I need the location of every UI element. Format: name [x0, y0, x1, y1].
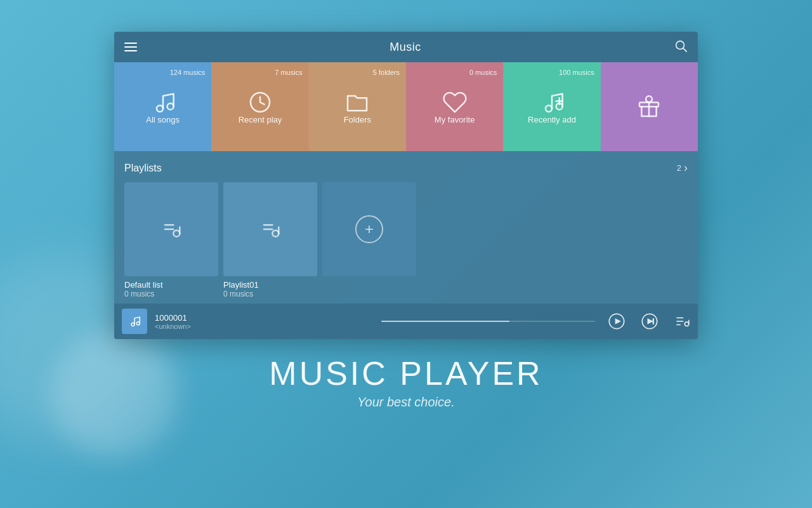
folders-count: 5 folders	[373, 69, 400, 76]
playlist-01[interactable]: Playlist01 0 musics	[223, 182, 317, 298]
player-controls	[608, 312, 690, 330]
svg-line-1	[683, 48, 686, 51]
recently-add-label: Recently add	[528, 115, 576, 124]
player-bar: 1000001 <unknown>	[114, 304, 698, 339]
music-add-icon	[539, 90, 565, 115]
plus-icon: +	[355, 215, 383, 243]
categories-grid: 124 musics All songs 7 musics Recent pla…	[114, 62, 698, 151]
svg-marker-24	[648, 318, 653, 324]
category-my-favorite[interactable]: 0 musics My favorite	[406, 62, 503, 151]
folders-label: Folders	[344, 115, 371, 124]
recent-play-label: Recent play	[239, 115, 282, 124]
header-title: Music	[390, 41, 421, 54]
player-info: 1000001 <unknown>	[155, 313, 369, 330]
recently-add-count: 100 musics	[559, 69, 594, 76]
branding-subtitle: Your best choice.	[269, 395, 542, 410]
player-thumbnail	[122, 309, 147, 334]
default-list-name: Default list	[124, 280, 218, 290]
player-progress-bar[interactable]	[381, 321, 595, 322]
category-recently-add[interactable]: 100 musics Recently add	[503, 62, 600, 151]
folder-icon	[344, 90, 370, 115]
svg-point-2	[157, 105, 163, 112]
playlists-grid: Default list 0 musics Playlist01 0 music…	[124, 182, 688, 298]
playlists-arrow: ›	[684, 161, 688, 175]
playlists-title: Playlists	[124, 163, 162, 174]
my-favorite-label: My favorite	[435, 115, 475, 124]
app-window: Music 124 musics All songs 7 musics	[114, 32, 698, 339]
svg-point-13	[173, 231, 180, 237]
category-folders[interactable]: 5 folders Folders	[309, 62, 406, 151]
playlists-header: Playlists 2 ›	[124, 161, 688, 175]
search-button[interactable]	[674, 39, 688, 56]
playlists-count: 2	[677, 163, 681, 173]
playlists-nav-button[interactable]: 2 ›	[677, 161, 688, 175]
play-button[interactable]	[608, 312, 625, 330]
svg-point-29	[684, 322, 689, 326]
svg-point-5	[546, 105, 552, 112]
category-recent-play[interactable]: 7 musics Recent play	[211, 62, 308, 151]
player-title: 1000001	[155, 313, 369, 323]
default-list-count: 0 musics	[124, 290, 218, 298]
app-header: Music	[114, 32, 698, 62]
player-music-icon	[128, 315, 141, 328]
add-playlist-thumb: +	[322, 182, 416, 276]
bg-decoration-2	[51, 330, 178, 457]
player-progress-fill	[381, 321, 509, 322]
svg-marker-22	[615, 318, 621, 324]
svg-point-3	[167, 103, 173, 109]
branding-title: MUSIC PLAYER	[269, 354, 542, 392]
playlists-section: Playlists 2 › Default list 0 musics	[114, 151, 698, 304]
player-subtitle: <unknown>	[155, 323, 369, 330]
playlist-thumb-01	[223, 182, 317, 276]
playlist-music-icon	[159, 217, 184, 242]
heart-icon	[442, 90, 468, 115]
recent-play-count: 7 musics	[275, 69, 302, 76]
all-songs-label: All songs	[146, 115, 180, 124]
category-all-songs[interactable]: 124 musics All songs	[114, 62, 211, 151]
playlist-music-icon-2	[258, 217, 283, 242]
playlist-default-list[interactable]: Default list 0 musics	[124, 182, 218, 298]
add-playlist-button[interactable]: +	[322, 182, 416, 298]
playlist01-name: Playlist01	[223, 280, 317, 290]
menu-button[interactable]	[124, 43, 137, 51]
clock-icon	[247, 90, 273, 115]
music-icon	[150, 90, 176, 115]
playlist-queue-button[interactable]	[674, 313, 690, 330]
playlist01-count: 0 musics	[223, 290, 317, 298]
svg-point-17	[272, 231, 278, 237]
playlist-thumb-default	[124, 182, 218, 276]
next-button[interactable]	[641, 312, 658, 330]
svg-point-20	[136, 322, 140, 325]
branding-section: MUSIC PLAYER Your best choice.	[269, 354, 542, 410]
all-songs-count: 124 musics	[170, 69, 206, 76]
category-extras[interactable]	[601, 62, 698, 151]
my-favorite-count: 0 musics	[469, 69, 497, 76]
gift-icon	[636, 94, 662, 119]
